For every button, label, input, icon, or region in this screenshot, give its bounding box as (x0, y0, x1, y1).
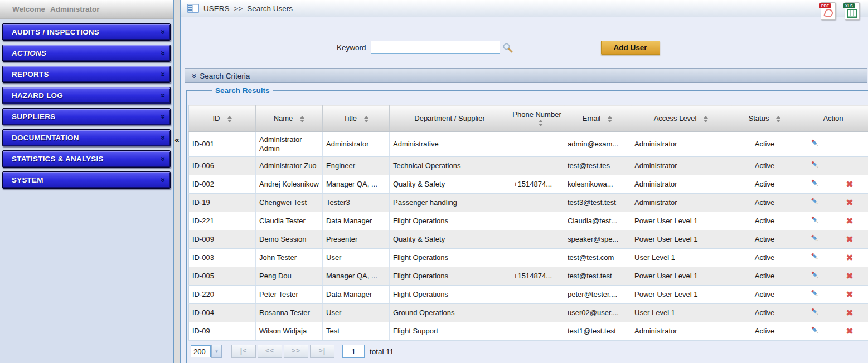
cell-title: Data Manager (323, 286, 390, 304)
delete-icon[interactable]: ✖ (846, 271, 854, 281)
cell-name: Andrej Kolesnikow (256, 175, 323, 194)
delete-icon[interactable]: ✖ (846, 290, 854, 299)
column-header-email[interactable]: Email (564, 105, 631, 132)
add-user-button[interactable]: Add User (601, 41, 660, 55)
column-header-status[interactable]: Status (731, 105, 798, 132)
cell-action-edit (798, 230, 831, 249)
cell-action-delete: ✖ (831, 230, 868, 249)
sidebar-item-reports[interactable]: REPORTS« (2, 66, 171, 83)
app-window: Welcome Administrator AUDITS / INSPECTIO… (0, 0, 868, 363)
cell-title: User (323, 304, 390, 322)
table-row: ID-005Peng DouManager QA, ...Flight Oper… (189, 267, 868, 286)
delete-icon[interactable]: ✖ (846, 253, 854, 262)
cell-id: ID-002 (189, 175, 256, 194)
cell-action-edit (798, 175, 831, 194)
delete-icon[interactable]: ✖ (846, 326, 854, 336)
cell-name: Claudia Tester (256, 212, 323, 230)
last-page-button[interactable]: >| (310, 345, 334, 358)
sort-icon[interactable] (704, 116, 708, 122)
sidebar-item-label: STATISTICS & ANALYSIS (12, 155, 104, 163)
table-row: ID-220Peter TesterData ManagerFlight Ope… (189, 286, 868, 304)
search-toolbar: Keyword Add User (337, 40, 868, 55)
sidebar-item-suppliers[interactable]: SUPPLIERS« (2, 108, 171, 125)
cell-access-level: Power User Level 1 (631, 267, 731, 286)
next-page-button[interactable]: >> (284, 345, 308, 358)
sort-icon[interactable] (227, 116, 232, 122)
edit-icon[interactable] (811, 289, 819, 299)
sort-icon[interactable] (364, 116, 368, 122)
cell-name: Peng Dou (256, 267, 323, 286)
sidebar-item-label: HAZARD LOG (12, 91, 63, 100)
cell-access-level: User Level 1 (631, 304, 731, 322)
sidebar-item-documentation[interactable]: DOCUMENTATION« (2, 129, 171, 146)
column-label: Department / Supplier (414, 114, 484, 122)
edit-icon[interactable] (811, 252, 819, 262)
sidebar-item-hazard-log[interactable]: HAZARD LOG« (2, 87, 171, 104)
edit-icon[interactable] (811, 197, 819, 207)
delete-icon[interactable]: ✖ (846, 216, 854, 225)
pdf-banner-label: PDF (819, 3, 831, 8)
search-criteria-toggle[interactable]: « Search Criteria (185, 68, 867, 83)
prev-page-button[interactable]: << (258, 345, 282, 358)
sidebar-item-audits-inspections[interactable]: AUDITS / INSPECTIONS« (2, 23, 171, 41)
cell-action-edit (798, 267, 831, 286)
cell-department: Flight Operations (390, 212, 510, 230)
column-header-access-level[interactable]: Access Level (631, 105, 731, 132)
export-pdf-icon[interactable]: PDF (821, 2, 836, 20)
column-header-id[interactable]: ID (189, 105, 256, 132)
delete-icon[interactable]: ✖ (846, 234, 854, 244)
column-header-phone-number[interactable]: Phone Number (510, 105, 564, 132)
edit-icon[interactable] (811, 215, 819, 225)
collapse-sidebar-button[interactable]: « (173, 135, 181, 145)
cell-email: kolesnikowa... (564, 175, 631, 194)
sidebar-item-label: REPORTS (12, 70, 49, 79)
edit-icon[interactable] (811, 160, 819, 170)
cell-access-level: Administrator (631, 175, 731, 194)
cell-id: ID-220 (189, 286, 256, 304)
sidebar-item-system[interactable]: SYSTEM« (2, 171, 171, 189)
chevron-down-icon: « (158, 72, 166, 77)
sidebar-item-actions[interactable]: ACTIONS« (2, 45, 171, 62)
welcome-label: Welcome (12, 5, 45, 13)
keyword-label: Keyword (337, 43, 366, 52)
edit-icon[interactable] (811, 234, 819, 244)
sort-icon[interactable] (539, 120, 543, 126)
column-header-title[interactable]: Title (323, 105, 390, 132)
edit-icon[interactable] (811, 326, 819, 336)
column-header-action: Action (798, 105, 868, 132)
xls-grid-glyph (847, 9, 857, 18)
delete-icon[interactable]: ✖ (846, 308, 854, 317)
cell-phone: +1514874... (510, 175, 564, 194)
cell-phone (510, 157, 564, 175)
xls-banner-label: XLS (843, 3, 855, 8)
search-icon[interactable] (502, 42, 513, 53)
results-table-body: ID-001Administrator AdminAdministratorAd… (189, 132, 868, 341)
delete-icon[interactable]: ✖ (846, 198, 854, 207)
column-header-name[interactable]: Name (256, 105, 323, 132)
cell-name: Demo Session (256, 230, 323, 249)
page-size-value[interactable]: 200 (191, 345, 211, 357)
column-label: Action (823, 114, 843, 122)
delete-icon[interactable]: ✖ (846, 179, 854, 189)
edit-icon[interactable] (811, 179, 819, 189)
welcome-header: Welcome Administrator (0, 0, 173, 19)
chevron-down-icon: « (158, 135, 166, 140)
cell-status: Active (731, 230, 798, 249)
sort-icon[interactable] (776, 116, 780, 122)
cell-name: Rosanna Tester (256, 304, 323, 322)
first-page-button[interactable]: |< (231, 345, 256, 358)
sort-icon[interactable] (608, 116, 612, 122)
edit-icon[interactable] (811, 271, 819, 281)
page-size-dropdown-icon[interactable]: ▼ (211, 345, 222, 358)
export-xls-icon[interactable]: XLS (845, 2, 860, 20)
cell-name: Wilson Widjaja (256, 322, 323, 341)
sort-icon[interactable] (300, 116, 304, 122)
search-criteria-label: Search Criteria (200, 72, 250, 80)
current-page-input[interactable] (342, 345, 365, 358)
cell-email: user02@user.... (564, 304, 631, 322)
table-row: ID-003John TesterUserFlight Operationste… (189, 249, 868, 267)
edit-icon[interactable] (811, 139, 819, 149)
sidebar-item-statistics-analysis[interactable]: STATISTICS & ANALYSIS« (2, 150, 171, 168)
keyword-input[interactable] (371, 41, 500, 54)
edit-icon[interactable] (811, 307, 819, 317)
